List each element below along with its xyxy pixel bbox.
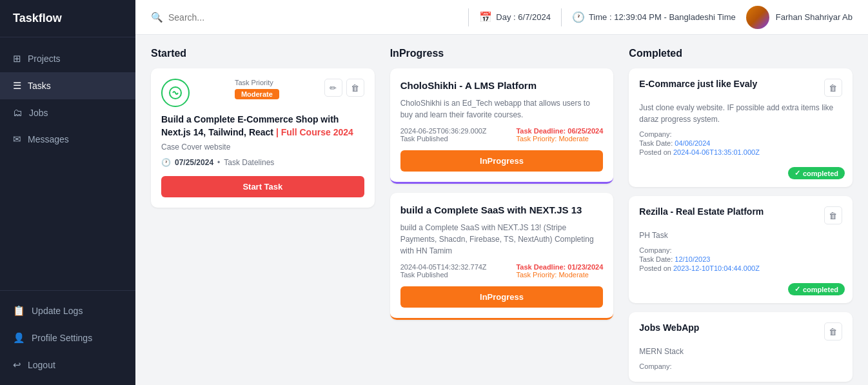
meta-left-1: 2024-06-25T06:36:29.000Z Task Published bbox=[400, 127, 487, 143]
completed-meta-posted-2: Posted on 2023-12-10T10:04:44.000Z bbox=[639, 264, 842, 272]
due-label: Task Datelines bbox=[224, 158, 274, 167]
meta-right-2: Task Deadline: 01/23/2024 Task Priority:… bbox=[516, 263, 603, 279]
published-label-1: Task Published bbox=[400, 135, 487, 143]
completed-title-1: E-Commarce just like Evaly bbox=[639, 79, 757, 89]
calendar-icon: 📅 bbox=[479, 11, 492, 23]
messages-icon: ✉ bbox=[13, 133, 21, 145]
posted-date-2: 2023-12-10T10:04:44.000Z bbox=[673, 264, 760, 272]
inprogress-desc-1: CholoShikhi is an Ed_Tech webapp that al… bbox=[400, 97, 604, 121]
search-input[interactable] bbox=[168, 12, 310, 23]
brand-logo: Taskflow bbox=[0, 0, 135, 37]
check-icon: ✓ bbox=[794, 169, 800, 177]
sidebar-item-jobs[interactable]: 🗂 Jobs bbox=[0, 99, 135, 126]
delete-completed-3[interactable]: 🗑 bbox=[824, 322, 842, 341]
nav-menu: ⊞ Projects ☰ Tasks 🗂 Jobs ✉ Messages bbox=[0, 37, 135, 290]
posted-date-1: 2024-04-06T13:35:01.000Z bbox=[673, 148, 760, 156]
task-title-highlight: | Full Course 2024 bbox=[276, 127, 353, 137]
avatar bbox=[746, 6, 769, 29]
task-columns: Started Task Priority Moderate bbox=[151, 48, 853, 385]
clock-icon: 🕐 bbox=[572, 11, 585, 23]
inprogress-button-2[interactable]: InProgress bbox=[400, 286, 604, 308]
header-time: 🕐 Time : 12:39:04 PM - Bangladeshi Time bbox=[572, 11, 736, 23]
profile-icon: 👤 bbox=[13, 332, 25, 344]
completed-column: Completed E-Commarce just like Evaly 🗑 J… bbox=[629, 48, 853, 385]
meta-priority-2: Task Priority: Moderate bbox=[516, 271, 603, 279]
time-text: Time : 12:39:04 PM - Bangladeshi Time bbox=[589, 12, 736, 22]
completed-meta-company-2: Company: bbox=[639, 246, 842, 254]
meta-right-1: Task Deadline: 06/25/2024 Task Priority:… bbox=[516, 127, 603, 143]
search-icon: 🔍 bbox=[151, 12, 163, 23]
published-date-2: 2024-04-05T14:32:32.774Z bbox=[400, 263, 487, 271]
badge-label-2: completed bbox=[803, 286, 838, 293]
inprogress-button-1[interactable]: InProgress bbox=[400, 150, 604, 172]
header-right: Farhan Shahriyar Ab bbox=[746, 6, 853, 29]
sidebar-item-label: Projects bbox=[28, 54, 61, 64]
search-wrapper: 🔍 bbox=[151, 12, 458, 23]
edit-button[interactable]: ✏ bbox=[324, 79, 342, 97]
jobs-icon: 🗂 bbox=[13, 107, 23, 118]
sidebar-item-update-logs[interactable]: 📋 Update Logs bbox=[0, 297, 135, 324]
sidebar-item-tasks[interactable]: ☰ Tasks bbox=[0, 72, 135, 99]
inprogress-card-2: build a Complete SaaS with NEXT.JS 13 bu… bbox=[390, 193, 614, 320]
delete-completed-2[interactable]: 🗑 bbox=[824, 206, 842, 224]
published-date-1: 2024-06-25T06:36:29.000Z bbox=[400, 127, 487, 135]
completed-badge-2: ✓ completed bbox=[788, 283, 845, 295]
sidebar-item-label: Tasks bbox=[28, 81, 51, 91]
completed-card-2: Rezilla - Real Estate Platform 🗑 PH Task… bbox=[629, 196, 853, 303]
content-area: Started Task Priority Moderate bbox=[135, 35, 868, 385]
task-date-1: 04/06/2024 bbox=[675, 139, 710, 147]
sidebar-item-messages[interactable]: ✉ Messages bbox=[0, 126, 135, 153]
projects-icon: ⊞ bbox=[13, 53, 21, 64]
completed-card-3: Jobs WebApp 🗑 MERN Stack Company: bbox=[629, 312, 853, 382]
completed-desc-1: Just clone evaly website. IF possible ad… bbox=[639, 102, 842, 125]
date-text: Day : 6/7/2024 bbox=[496, 12, 551, 22]
completed-meta-company-3: Company: bbox=[639, 362, 842, 370]
started-column-title: Started bbox=[151, 48, 375, 59]
meta-deadline-2: Task Deadline: 01/23/2024 bbox=[516, 263, 603, 271]
task-subtitle: Case Cover website bbox=[161, 143, 364, 152]
inprogress-title-1: CholoShikhi - A LMS Platform bbox=[400, 79, 604, 92]
task-date-2: 12/10/2023 bbox=[675, 255, 710, 263]
started-task-card: Task Priority Moderate ✏ 🗑 Build a Compl… bbox=[151, 68, 375, 208]
completed-badge-1: ✓ completed bbox=[788, 167, 845, 179]
sidebar: Taskflow ⊞ Projects ☰ Tasks 🗂 Jobs ✉ Mes… bbox=[0, 0, 135, 385]
priority-label: Task Priority bbox=[235, 79, 279, 86]
completed-title-2: Rezilla - Real Estate Platform bbox=[639, 206, 764, 217]
clock-icon-small: 🕐 bbox=[161, 158, 171, 167]
sidebar-item-profile-settings[interactable]: 👤 Profile Settings bbox=[0, 324, 135, 351]
header: 🔍 📅 Day : 6/7/2024 🕐 Time : 12:39:04 PM … bbox=[135, 0, 868, 35]
check-icon-2: ✓ bbox=[794, 285, 800, 293]
inprogress-card-1: CholoShikhi - A LMS Platform CholoShikhi… bbox=[390, 68, 614, 184]
bottom-nav: 📋 Update Logs 👤 Profile Settings ↩ Logou… bbox=[0, 290, 135, 385]
completed-meta-date-1: Task Date: 04/06/2024 bbox=[639, 139, 842, 147]
header-date: 📅 Day : 6/7/2024 bbox=[479, 11, 551, 23]
completed-desc-2: PH Task bbox=[639, 230, 842, 241]
delete-button[interactable]: 🗑 bbox=[346, 79, 364, 97]
update-logs-icon: 📋 bbox=[13, 305, 25, 317]
meta-priority-1: Task Priority: Moderate bbox=[516, 135, 603, 143]
completed-card-header-1: E-Commarce just like Evaly 🗑 bbox=[639, 79, 842, 97]
main-content: 🔍 📅 Day : 6/7/2024 🕐 Time : 12:39:04 PM … bbox=[135, 0, 868, 385]
sidebar-item-logout[interactable]: ↩ Logout bbox=[0, 351, 135, 379]
inprogress-title-2: build a Complete SaaS with NEXT.JS 13 bbox=[400, 203, 604, 217]
meta-deadline-1: Task Deadline: 06/25/2024 bbox=[516, 127, 603, 135]
published-label-2: Task Published bbox=[400, 271, 487, 279]
task-title: Build a Complete E-Commerce Shop with Ne… bbox=[161, 114, 364, 139]
completed-card-header-3: Jobs WebApp 🗑 bbox=[639, 322, 842, 341]
header-divider-2 bbox=[561, 8, 562, 26]
completed-card-header-2: Rezilla - Real Estate Platform 🗑 bbox=[639, 206, 842, 224]
sidebar-item-label: Profile Settings bbox=[32, 333, 92, 343]
sidebar-item-projects[interactable]: ⊞ Projects bbox=[0, 45, 135, 72]
header-divider bbox=[468, 8, 469, 26]
started-column: Started Task Priority Moderate bbox=[151, 48, 375, 217]
sidebar-item-label: Jobs bbox=[29, 108, 48, 118]
user-name: Farhan Shahriyar Ab bbox=[776, 12, 853, 22]
completed-desc-3: MERN Stack bbox=[639, 346, 842, 357]
sidebar-item-label: Logout bbox=[28, 360, 55, 370]
start-task-button[interactable]: Start Task bbox=[161, 176, 364, 197]
priority-badge: Moderate bbox=[235, 89, 279, 99]
delete-completed-1[interactable]: 🗑 bbox=[824, 79, 842, 97]
task-meta-2: 2024-04-05T14:32:32.774Z Task Published … bbox=[400, 263, 604, 279]
meta-left-2: 2024-04-05T14:32:32.774Z Task Published bbox=[400, 263, 487, 279]
completed-meta-date-2: Task Date: 12/10/2023 bbox=[639, 255, 842, 263]
